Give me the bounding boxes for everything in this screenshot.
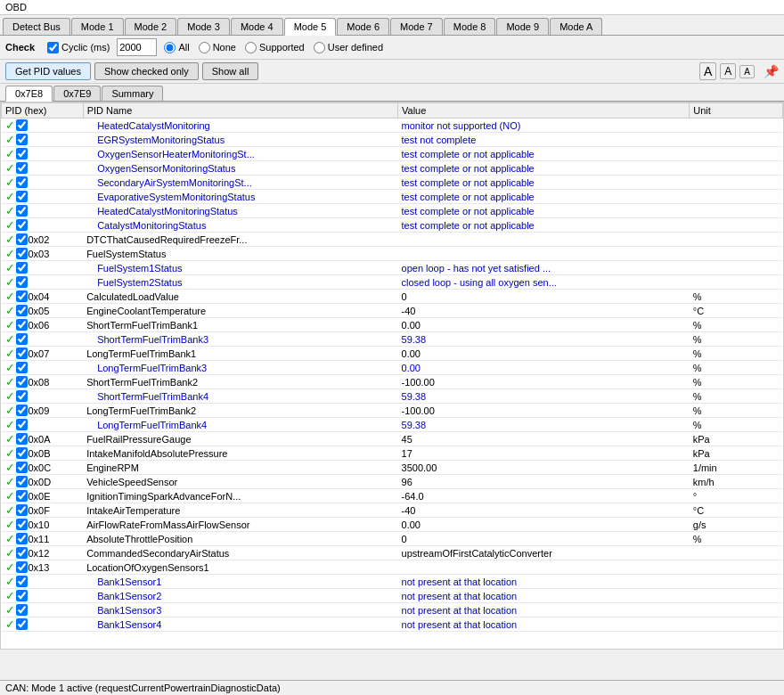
cell-name-30: CommandedSecondaryAirStatus	[83, 546, 397, 560]
radio-none: None	[199, 42, 236, 53]
row-checkbox-5[interactable]	[16, 191, 28, 202]
cell-name-2: OxygenSensorHeaterMonitoringSt...	[83, 147, 397, 161]
row-checkbox-35[interactable]	[16, 618, 28, 630]
row-checkbox-23[interactable]	[16, 447, 28, 459]
tab-mode4[interactable]: Mode 4	[231, 18, 283, 35]
table-row: ✓SecondaryAirSystemMonitoringSt...test c…	[2, 176, 783, 190]
radio-input-all[interactable]	[164, 42, 176, 53]
row-checkbox-1[interactable]	[16, 134, 28, 145]
row-checkbox-8[interactable]	[16, 233, 28, 245]
pid-value-31: 0x13	[29, 562, 50, 573]
row-checkbox-26[interactable]	[16, 490, 28, 502]
show-all-button[interactable]: Show all	[202, 62, 259, 80]
cell-name-21: LongTermFuelTrimBank4	[83, 418, 397, 432]
table-row: ✓0x08ShortTermFuelTrimBank2-100.00%	[2, 375, 783, 389]
row-checkbox-29[interactable]	[16, 533, 28, 544]
font-decrease-button[interactable]: A	[739, 65, 755, 78]
green-check-icon: ✓	[5, 604, 15, 616]
tab-detect[interactable]: Detect Bus	[3, 18, 70, 35]
tab-mode5[interactable]: Mode 5	[284, 18, 337, 36]
row-checkbox-24[interactable]	[16, 462, 28, 473]
tab-mode3[interactable]: Mode 3	[177, 18, 230, 35]
row-checkbox-0[interactable]	[16, 119, 28, 131]
row-checkbox-7[interactable]	[16, 219, 28, 231]
green-check-icon: ✓	[5, 248, 15, 259]
subtab-summary[interactable]: Summary	[102, 86, 163, 101]
row-checkbox-20[interactable]	[16, 405, 28, 416]
row-checkbox-10[interactable]	[16, 262, 28, 274]
pid-value-27: 0x0F	[29, 505, 50, 516]
cell-value-12: 0	[398, 290, 690, 304]
tab-mode6[interactable]: Mode 6	[337, 18, 389, 35]
cell-value-8	[398, 233, 690, 247]
row-checkbox-33[interactable]	[16, 590, 28, 601]
cell-unit-32	[690, 575, 783, 589]
tab-mode7[interactable]: Mode 7	[390, 18, 443, 35]
table-row: ✓EvaporativeSystemMonitoringStatustest c…	[2, 190, 783, 204]
tab-mode2[interactable]: Mode 2	[125, 18, 177, 35]
row-checkbox-22[interactable]	[16, 433, 28, 445]
row-checkbox-2[interactable]	[16, 148, 28, 159]
row-checkbox-31[interactable]	[16, 561, 28, 573]
subtab-7e8[interactable]: 0x7E8	[5, 86, 53, 102]
row-checkbox-28[interactable]	[16, 519, 28, 530]
radio-label-supported: Supported	[259, 42, 305, 53]
tab-mode8[interactable]: Mode 8	[444, 18, 496, 35]
row-checkbox-32[interactable]	[16, 576, 28, 587]
cell-name-16: LongTermFuelTrimBank1	[83, 347, 397, 361]
show-checked-button[interactable]: Show checked only	[94, 62, 199, 80]
row-checkbox-9[interactable]	[16, 248, 28, 259]
row-checkbox-27[interactable]	[16, 504, 28, 516]
row-checkbox-15[interactable]	[16, 333, 28, 345]
row-checkbox-17[interactable]	[16, 362, 28, 373]
cell-unit-7	[690, 218, 783, 233]
table-row: ✓0x04CalculatedLoadValue0%	[2, 290, 783, 304]
tab-mode9[interactable]: Mode 9	[496, 18, 549, 35]
row-checkbox-3[interactable]	[16, 162, 28, 174]
cell-value-1: test not complete	[398, 133, 690, 147]
green-check-icon: ✓	[5, 219, 15, 231]
row-checkbox-21[interactable]	[16, 419, 28, 430]
row-checkbox-11[interactable]	[16, 276, 28, 288]
green-check-icon: ✓	[5, 519, 15, 530]
radio-label-all: All	[178, 42, 189, 53]
cell-value-4: test complete or not applicable	[398, 176, 690, 190]
font-default-button[interactable]: A	[720, 63, 736, 79]
row-checkbox-4[interactable]	[16, 176, 28, 188]
tab-modeA[interactable]: Mode A	[550, 18, 602, 35]
row-checkbox-13[interactable]	[16, 305, 28, 316]
cell-unit-30	[690, 546, 783, 560]
pin-icon[interactable]: 📌	[764, 64, 779, 78]
tab-mode1[interactable]: Mode 1	[71, 18, 124, 35]
row-checkbox-16[interactable]	[16, 348, 28, 359]
row-checkbox-25[interactable]	[16, 476, 28, 487]
row-checkbox-6[interactable]	[16, 205, 28, 217]
green-check-icon: ✓	[5, 233, 15, 245]
row-checkbox-30[interactable]	[16, 547, 28, 559]
radio-input-supported[interactable]	[245, 42, 257, 53]
row-checkbox-18[interactable]	[16, 376, 28, 388]
cell-value-15: 59.38	[398, 332, 690, 347]
cell-unit-15: %	[690, 332, 783, 347]
radio-input-none[interactable]	[199, 42, 210, 53]
cell-value-0: monitor not supported (NO)	[398, 119, 690, 133]
green-check-icon: ✓	[5, 162, 15, 174]
green-check-icon: ✓	[5, 447, 15, 459]
green-check-icon: ✓	[5, 276, 15, 288]
subtab-7e9[interactable]: 0x7E9	[53, 86, 101, 101]
cell-value-34: not present at that location	[398, 603, 690, 617]
row-checkbox-19[interactable]	[16, 390, 28, 402]
font-increase-button[interactable]: A	[699, 62, 716, 80]
cell-unit-28: g/s	[690, 518, 783, 532]
cyclic-input[interactable]	[117, 38, 157, 56]
green-check-icon: ✓	[5, 191, 15, 202]
row-checkbox-14[interactable]	[16, 319, 28, 331]
cyclic-checkbox[interactable]	[47, 42, 59, 53]
get-pid-button[interactable]: Get PID values	[5, 62, 91, 80]
row-checkbox-34[interactable]	[16, 604, 28, 616]
radio-input-userDefined[interactable]	[314, 42, 325, 53]
row-checkbox-12[interactable]	[16, 290, 28, 302]
status-text: CAN: Mode 1 active (requestCurrentPowert…	[5, 683, 281, 693]
green-check-icon: ✓	[5, 533, 15, 544]
table-row: ✓0x0BIntakeManifoldAbsolutePressure17kPa	[2, 446, 783, 461]
